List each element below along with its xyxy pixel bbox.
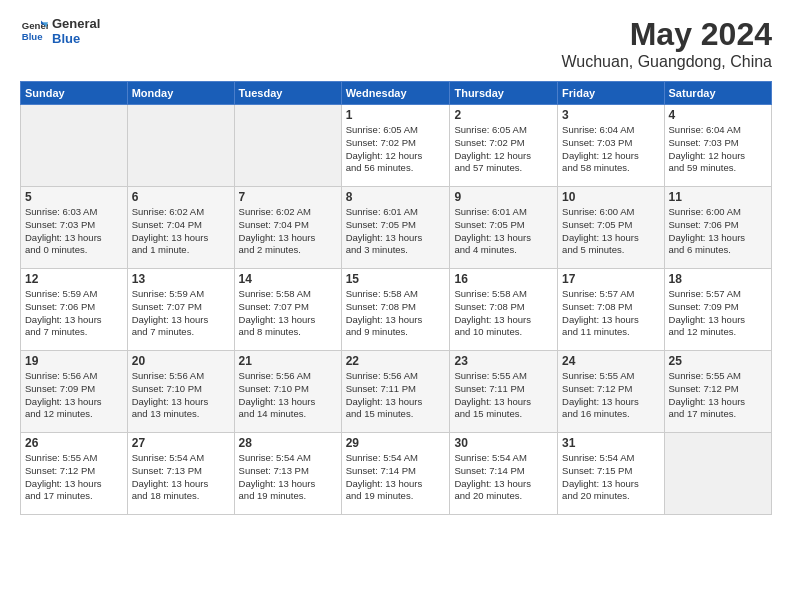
- calendar-row: 26Sunrise: 5:55 AMSunset: 7:12 PMDayligh…: [21, 433, 772, 515]
- table-cell: 15Sunrise: 5:58 AMSunset: 7:08 PMDayligh…: [341, 269, 450, 351]
- day-info: Sunrise: 6:02 AMSunset: 7:04 PMDaylight:…: [132, 206, 230, 257]
- day-info: Sunrise: 6:00 AMSunset: 7:06 PMDaylight:…: [669, 206, 767, 257]
- table-cell: 14Sunrise: 5:58 AMSunset: 7:07 PMDayligh…: [234, 269, 341, 351]
- day-number: 3: [562, 108, 659, 122]
- day-number: 6: [132, 190, 230, 204]
- day-number: 12: [25, 272, 123, 286]
- main-title: May 2024: [561, 16, 772, 53]
- table-cell: 12Sunrise: 5:59 AMSunset: 7:06 PMDayligh…: [21, 269, 128, 351]
- day-number: 11: [669, 190, 767, 204]
- day-info: Sunrise: 6:01 AMSunset: 7:05 PMDaylight:…: [454, 206, 553, 257]
- table-cell: 19Sunrise: 5:56 AMSunset: 7:09 PMDayligh…: [21, 351, 128, 433]
- day-number: 2: [454, 108, 553, 122]
- table-cell: 10Sunrise: 6:00 AMSunset: 7:05 PMDayligh…: [558, 187, 664, 269]
- day-info: Sunrise: 6:02 AMSunset: 7:04 PMDaylight:…: [239, 206, 337, 257]
- table-cell: 6Sunrise: 6:02 AMSunset: 7:04 PMDaylight…: [127, 187, 234, 269]
- day-number: 15: [346, 272, 446, 286]
- day-number: 18: [669, 272, 767, 286]
- day-number: 4: [669, 108, 767, 122]
- day-info: Sunrise: 5:59 AMSunset: 7:06 PMDaylight:…: [25, 288, 123, 339]
- day-number: 28: [239, 436, 337, 450]
- logo-general-text: General: [52, 16, 100, 31]
- title-block: May 2024 Wuchuan, Guangdong, China: [561, 16, 772, 71]
- day-number: 23: [454, 354, 553, 368]
- table-cell: 13Sunrise: 5:59 AMSunset: 7:07 PMDayligh…: [127, 269, 234, 351]
- day-info: Sunrise: 5:56 AMSunset: 7:10 PMDaylight:…: [132, 370, 230, 421]
- calendar-row: 12Sunrise: 5:59 AMSunset: 7:06 PMDayligh…: [21, 269, 772, 351]
- day-info: Sunrise: 6:01 AMSunset: 7:05 PMDaylight:…: [346, 206, 446, 257]
- day-info: Sunrise: 5:56 AMSunset: 7:11 PMDaylight:…: [346, 370, 446, 421]
- day-info: Sunrise: 5:56 AMSunset: 7:09 PMDaylight:…: [25, 370, 123, 421]
- logo-text: General Blue: [52, 16, 100, 46]
- day-number: 30: [454, 436, 553, 450]
- day-number: 9: [454, 190, 553, 204]
- table-cell: [664, 433, 771, 515]
- table-cell: 24Sunrise: 5:55 AMSunset: 7:12 PMDayligh…: [558, 351, 664, 433]
- day-number: 25: [669, 354, 767, 368]
- day-info: Sunrise: 6:04 AMSunset: 7:03 PMDaylight:…: [669, 124, 767, 175]
- table-cell: 31Sunrise: 5:54 AMSunset: 7:15 PMDayligh…: [558, 433, 664, 515]
- day-info: Sunrise: 5:57 AMSunset: 7:09 PMDaylight:…: [669, 288, 767, 339]
- table-cell: 17Sunrise: 5:57 AMSunset: 7:08 PMDayligh…: [558, 269, 664, 351]
- table-cell: 16Sunrise: 5:58 AMSunset: 7:08 PMDayligh…: [450, 269, 558, 351]
- day-info: Sunrise: 5:55 AMSunset: 7:12 PMDaylight:…: [562, 370, 659, 421]
- logo-blue-text: Blue: [52, 31, 100, 46]
- day-info: Sunrise: 6:05 AMSunset: 7:02 PMDaylight:…: [454, 124, 553, 175]
- table-cell: 18Sunrise: 5:57 AMSunset: 7:09 PMDayligh…: [664, 269, 771, 351]
- col-friday: Friday: [558, 82, 664, 105]
- header: General Blue General Blue May 2024 Wuchu…: [20, 16, 772, 71]
- table-cell: 11Sunrise: 6:00 AMSunset: 7:06 PMDayligh…: [664, 187, 771, 269]
- day-info: Sunrise: 5:57 AMSunset: 7:08 PMDaylight:…: [562, 288, 659, 339]
- table-cell: 30Sunrise: 5:54 AMSunset: 7:14 PMDayligh…: [450, 433, 558, 515]
- table-cell: [234, 105, 341, 187]
- calendar-row: 19Sunrise: 5:56 AMSunset: 7:09 PMDayligh…: [21, 351, 772, 433]
- day-number: 16: [454, 272, 553, 286]
- day-number: 24: [562, 354, 659, 368]
- day-number: 19: [25, 354, 123, 368]
- header-row: Sunday Monday Tuesday Wednesday Thursday…: [21, 82, 772, 105]
- table-cell: 7Sunrise: 6:02 AMSunset: 7:04 PMDaylight…: [234, 187, 341, 269]
- subtitle: Wuchuan, Guangdong, China: [561, 53, 772, 71]
- col-wednesday: Wednesday: [341, 82, 450, 105]
- day-number: 31: [562, 436, 659, 450]
- day-info: Sunrise: 5:58 AMSunset: 7:08 PMDaylight:…: [454, 288, 553, 339]
- day-number: 26: [25, 436, 123, 450]
- table-cell: 3Sunrise: 6:04 AMSunset: 7:03 PMDaylight…: [558, 105, 664, 187]
- col-sunday: Sunday: [21, 82, 128, 105]
- day-info: Sunrise: 6:00 AMSunset: 7:05 PMDaylight:…: [562, 206, 659, 257]
- col-monday: Monday: [127, 82, 234, 105]
- day-info: Sunrise: 5:55 AMSunset: 7:12 PMDaylight:…: [25, 452, 123, 503]
- day-number: 10: [562, 190, 659, 204]
- day-number: 29: [346, 436, 446, 450]
- calendar-row: 5Sunrise: 6:03 AMSunset: 7:03 PMDaylight…: [21, 187, 772, 269]
- table-cell: 2Sunrise: 6:05 AMSunset: 7:02 PMDaylight…: [450, 105, 558, 187]
- day-info: Sunrise: 5:56 AMSunset: 7:10 PMDaylight:…: [239, 370, 337, 421]
- day-number: 21: [239, 354, 337, 368]
- table-cell: 23Sunrise: 5:55 AMSunset: 7:11 PMDayligh…: [450, 351, 558, 433]
- day-info: Sunrise: 5:58 AMSunset: 7:07 PMDaylight:…: [239, 288, 337, 339]
- table-cell: 26Sunrise: 5:55 AMSunset: 7:12 PMDayligh…: [21, 433, 128, 515]
- day-info: Sunrise: 5:54 AMSunset: 7:15 PMDaylight:…: [562, 452, 659, 503]
- table-cell: 27Sunrise: 5:54 AMSunset: 7:13 PMDayligh…: [127, 433, 234, 515]
- table-cell: [127, 105, 234, 187]
- svg-text:Blue: Blue: [22, 31, 43, 42]
- table-cell: 4Sunrise: 6:04 AMSunset: 7:03 PMDaylight…: [664, 105, 771, 187]
- day-info: Sunrise: 5:55 AMSunset: 7:11 PMDaylight:…: [454, 370, 553, 421]
- day-number: 27: [132, 436, 230, 450]
- svg-text:General: General: [22, 20, 48, 31]
- table-cell: 1Sunrise: 6:05 AMSunset: 7:02 PMDaylight…: [341, 105, 450, 187]
- day-number: 20: [132, 354, 230, 368]
- day-info: Sunrise: 6:03 AMSunset: 7:03 PMDaylight:…: [25, 206, 123, 257]
- logo-icon: General Blue: [20, 17, 48, 45]
- day-info: Sunrise: 5:54 AMSunset: 7:14 PMDaylight:…: [346, 452, 446, 503]
- table-cell: 20Sunrise: 5:56 AMSunset: 7:10 PMDayligh…: [127, 351, 234, 433]
- day-number: 14: [239, 272, 337, 286]
- day-info: Sunrise: 6:05 AMSunset: 7:02 PMDaylight:…: [346, 124, 446, 175]
- day-number: 5: [25, 190, 123, 204]
- col-saturday: Saturday: [664, 82, 771, 105]
- table-cell: 8Sunrise: 6:01 AMSunset: 7:05 PMDaylight…: [341, 187, 450, 269]
- day-info: Sunrise: 5:59 AMSunset: 7:07 PMDaylight:…: [132, 288, 230, 339]
- day-info: Sunrise: 5:55 AMSunset: 7:12 PMDaylight:…: [669, 370, 767, 421]
- day-number: 8: [346, 190, 446, 204]
- day-info: Sunrise: 5:54 AMSunset: 7:14 PMDaylight:…: [454, 452, 553, 503]
